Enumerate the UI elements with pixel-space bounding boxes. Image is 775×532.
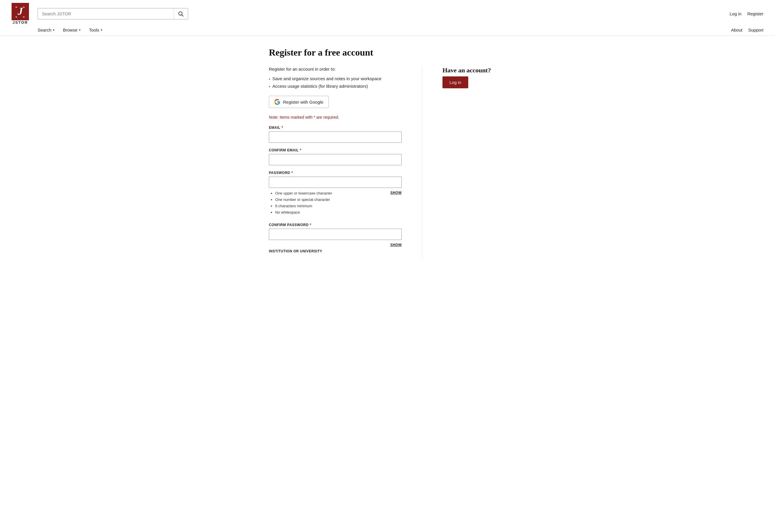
password-hint: One upper or lowercase character xyxy=(275,190,402,196)
email-field-group: EMAIL * xyxy=(269,125,402,143)
password-hints: One upper or lowercase character One num… xyxy=(269,190,402,216)
jstor-logo-emblem: J ❧ ❧ ❧ ❧ xyxy=(12,3,29,20)
email-label: EMAIL * xyxy=(269,125,402,130)
search-input[interactable] xyxy=(38,8,174,19)
google-icon xyxy=(274,99,280,105)
login-link[interactable]: Log in xyxy=(730,11,741,16)
sidebar-section: Have an account? Log in xyxy=(443,67,506,85)
site-header: J ❧ ❧ ❧ ❧ JSTOR Log in Register xyxy=(0,0,775,36)
required-star: * xyxy=(310,222,311,227)
main-nav: Search ▾ Browse ▾ Tools ▾ About Support xyxy=(0,27,775,35)
required-star: * xyxy=(300,148,301,152)
required-star: * xyxy=(291,170,293,175)
nav-support[interactable]: Support xyxy=(748,27,763,32)
required-star: * xyxy=(281,125,283,130)
nav-tools[interactable]: Tools ▾ xyxy=(89,27,102,32)
list-item: • Access usage statistics (for library a… xyxy=(269,84,402,89)
list-item: • Save and organize sources and notes in… xyxy=(269,76,402,81)
main-content: Register for a free account Register for… xyxy=(257,36,518,276)
section-divider xyxy=(422,67,422,258)
svg-text:❧: ❧ xyxy=(23,15,25,19)
svg-point-6 xyxy=(179,12,182,15)
intro-text: Register for an account in order to: xyxy=(269,67,402,71)
register-form-section: Register for an account in order to: • S… xyxy=(269,67,402,258)
login-button[interactable]: Log in xyxy=(443,76,468,88)
nav-browse[interactable]: Browse ▾ xyxy=(63,27,80,32)
show-password-button[interactable]: SHOW xyxy=(391,191,402,195)
register-google-button[interactable]: Register with Google xyxy=(269,96,329,108)
bullet-icon: • xyxy=(269,85,270,89)
nav-search[interactable]: Search ▾ xyxy=(38,27,54,32)
svg-line-7 xyxy=(182,15,183,16)
chevron-down-icon: ▾ xyxy=(79,28,80,32)
password-input[interactable] xyxy=(269,176,402,188)
register-link[interactable]: Register xyxy=(747,11,763,16)
svg-text:J: J xyxy=(17,5,23,17)
institution-field-group: INSTITUTION OR UNIVERSITY xyxy=(269,249,402,253)
confirm-email-field-group: CONFIRM EMAIL * xyxy=(269,148,402,165)
search-button[interactable] xyxy=(174,9,188,19)
confirm-email-input[interactable] xyxy=(269,154,402,165)
benefits-list: • Save and organize sources and notes in… xyxy=(269,76,402,89)
search-bar xyxy=(38,8,188,19)
confirm-email-label: CONFIRM EMAIL * xyxy=(269,148,402,152)
chevron-down-icon: ▾ xyxy=(101,28,102,32)
confirm-password-input[interactable] xyxy=(269,229,402,240)
password-label: PASSWORD * xyxy=(269,170,402,175)
institution-label: INSTITUTION OR UNIVERSITY xyxy=(269,249,402,253)
bullet-icon: • xyxy=(269,77,270,81)
nav-about[interactable]: About xyxy=(731,27,742,32)
svg-text:❧: ❧ xyxy=(23,5,25,9)
google-btn-label: Register with Google xyxy=(283,100,323,104)
password-hint: No whitespace xyxy=(275,209,402,216)
header-right-links: Log in Register xyxy=(730,11,763,16)
logo-text: JSTOR xyxy=(12,20,28,25)
show-confirm-password-button[interactable]: SHOW xyxy=(391,243,402,247)
confirm-password-label: CONFIRM PASSWORD * xyxy=(269,222,402,227)
search-icon xyxy=(178,11,184,17)
confirm-password-field-group: CONFIRM PASSWORD * SHOW xyxy=(269,222,402,240)
password-field-group: PASSWORD * SHOW One upper or lowercase c… xyxy=(269,170,402,216)
have-account-title: Have an account? xyxy=(443,67,506,74)
svg-text:❧: ❧ xyxy=(15,5,17,9)
logo-link[interactable]: J ❧ ❧ ❧ ❧ JSTOR xyxy=(12,3,29,25)
svg-text:❧: ❧ xyxy=(15,15,17,19)
chevron-down-icon: ▾ xyxy=(53,28,54,32)
page-title: Register for a free account xyxy=(269,47,506,58)
required-note: Note: Items marked with * are required. xyxy=(269,115,402,119)
email-input[interactable] xyxy=(269,131,402,143)
password-hint: 6 characters minimum xyxy=(275,203,402,209)
password-hint: One number or special character xyxy=(275,196,402,203)
